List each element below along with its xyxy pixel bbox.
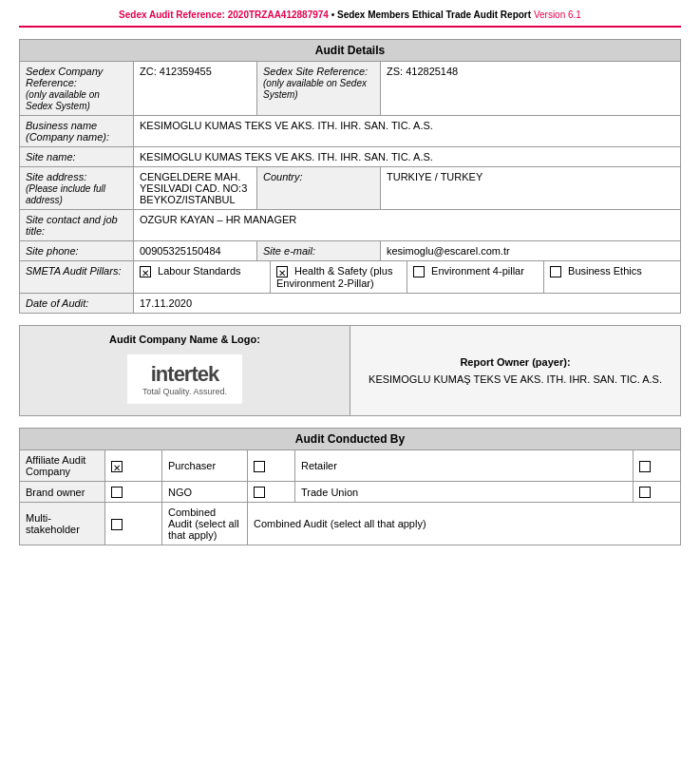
logo-title: Audit Company Name & Logo: xyxy=(28,334,342,345)
sedex-site-label: Sedex Site Reference: (only available on… xyxy=(257,62,381,116)
combined-audit-label: Combined Audit (select all that apply) xyxy=(248,503,681,545)
site-address-value: CENGELDERE MAH. YESILVADI CAD. NO:3 BEYK… xyxy=(134,167,257,210)
logo-owner-row: Audit Company Name & Logo: intertek Tota… xyxy=(20,326,681,416)
table-row: Business name (Company name): KESIMOGLU … xyxy=(20,116,681,147)
checkbox-col3[interactable] xyxy=(639,461,651,472)
owner-title: Report Owner (payer): xyxy=(358,356,672,368)
header-divider xyxy=(19,26,681,28)
pillar-business: Business Ethics xyxy=(544,261,680,293)
pillar-business-checkbox[interactable] xyxy=(550,266,561,277)
conducted-col1-checkbox-cell xyxy=(105,482,162,503)
table-row: Multi-stakeholderCombined Audit (select … xyxy=(20,503,681,545)
conducted-col2-label: NGO xyxy=(162,482,248,503)
table-row: Affiliate Audit CompanyPurchaserRetailer xyxy=(20,450,681,482)
conducted-col2-label: Combined Audit (select all that apply) xyxy=(162,503,248,545)
table-row: Site name: KESIMOGLU KUMAS TEKS VE AKS. … xyxy=(20,147,681,167)
table-row: Site address: (Please include full addre… xyxy=(20,167,681,210)
audit-details-table: Audit Details Sedex Company Reference: (… xyxy=(19,39,681,314)
conducted-col1-checkbox-cell xyxy=(105,450,162,482)
site-phone-value: 00905325150484 xyxy=(134,241,257,261)
owner-value: KESIMOGLU KUMAŞ TEKS VE AKS. ITH. IHR. S… xyxy=(358,373,672,385)
pillar-environment: Environment 4-pillar xyxy=(407,261,544,293)
site-name-label: Site name: xyxy=(20,147,134,167)
date-label: Date of Audit: xyxy=(20,294,134,314)
sedex-ref-label: Sedex Audit Reference: xyxy=(119,10,225,20)
country-value: TURKIYE / TURKEY xyxy=(381,167,681,210)
checkbox-col1[interactable] xyxy=(111,461,123,472)
table-row: Site phone: 00905325150484 Site e-mail: … xyxy=(20,241,681,261)
business-name-label: Business name (Company name): xyxy=(20,116,134,147)
intertek-logo-box: intertek Total Quality. Assured. xyxy=(127,354,242,404)
date-value: 17.11.2020 xyxy=(134,294,681,314)
sedex-site-value: ZS: 412825148 xyxy=(381,62,681,116)
conducted-col3-label: Retailer xyxy=(295,450,634,482)
site-email-label: Site e-mail: xyxy=(257,241,381,261)
pillar-health-label: Health & Safety (plus Environment 2-Pill… xyxy=(276,265,392,289)
conducted-col3-label: Trade Union xyxy=(295,482,634,503)
page-header: Sedex Audit Reference: 2020TRZAA41288797… xyxy=(19,10,681,20)
conducted-col2-checkbox-cell xyxy=(248,482,295,503)
checkbox-col2[interactable] xyxy=(254,487,265,498)
site-name-value: KESIMOGLU KUMAS TEKS VE AKS. ITH. IHR. S… xyxy=(134,147,681,167)
conducted-row-label: Brand owner xyxy=(20,482,105,503)
site-email-value: kesimoglu@escarel.com.tr xyxy=(381,241,681,261)
conducted-by-table: Audit Conducted By Affiliate Audit Compa… xyxy=(19,428,681,545)
pillar-environment-checkbox[interactable] xyxy=(413,266,425,277)
conducted-col1-checkbox-cell xyxy=(105,503,162,545)
checkbox-col2[interactable] xyxy=(254,461,265,472)
conducted-row-label: Affiliate Audit Company xyxy=(20,450,105,482)
sedex-company-label: Sedex Company Reference: (only available… xyxy=(20,62,134,116)
checkbox-col1[interactable] xyxy=(111,487,123,498)
table-row: Site contact and job title: OZGUR KAYAN … xyxy=(20,210,681,241)
pillar-environment-label: Environment 4-pillar xyxy=(431,265,524,277)
pillar-labour-label: Labour Standards xyxy=(158,265,240,277)
table-row: Sedex Company Reference: (only available… xyxy=(20,62,681,116)
checkbox-col3[interactable] xyxy=(639,487,651,498)
logo-cell: Audit Company Name & Logo: intertek Tota… xyxy=(20,326,350,416)
conducted-col2-checkbox-cell xyxy=(248,450,295,482)
conducted-col3-checkbox-cell xyxy=(634,450,681,482)
business-name-value: KESIMOGLU KUMAS TEKS VE AKS. ITH. IHR. S… xyxy=(134,116,681,147)
site-phone-label: Site phone: xyxy=(20,241,134,261)
pillar-health-checkbox[interactable] xyxy=(276,266,288,277)
checkbox-col1[interactable] xyxy=(111,519,123,530)
table-row: Brand ownerNGOTrade Union xyxy=(20,482,681,503)
logo-owner-table: Audit Company Name & Logo: intertek Tota… xyxy=(19,325,681,416)
conducted-row-label: Multi-stakeholder xyxy=(20,503,105,545)
table-row: SMETA Audit Pillars: Labour Standards He… xyxy=(20,261,681,294)
pillar-business-label: Business Ethics xyxy=(568,265,642,277)
smeta-pillars-cell: Labour Standards Health & Safety (plus E… xyxy=(134,261,681,294)
site-address-label: Site address: (Please include full addre… xyxy=(20,167,134,210)
conducted-col2-label: Purchaser xyxy=(162,450,248,482)
pillar-labour: Labour Standards xyxy=(134,261,271,293)
pillar-health: Health & Safety (plus Environment 2-Pill… xyxy=(271,261,407,293)
smeta-pillars-label: SMETA Audit Pillars: xyxy=(20,261,134,294)
site-contact-label: Site contact and job title: xyxy=(20,210,134,241)
conducted-by-header: Audit Conducted By xyxy=(20,429,681,450)
audit-details-header: Audit Details xyxy=(20,40,681,62)
pillar-labour-checkbox[interactable] xyxy=(140,266,151,277)
report-title: Sedex Members Ethical Trade Audit Report xyxy=(337,10,531,20)
country-label: Country: xyxy=(257,167,381,210)
site-contact-value: OZGUR KAYAN – HR MANAGER xyxy=(134,210,681,241)
table-row: Date of Audit: 17.11.2020 xyxy=(20,294,681,314)
intertek-logo-text: intertek xyxy=(142,362,227,387)
version-label: Version 6.1 xyxy=(534,10,581,20)
sedex-ref-value: 2020TRZAA412887974 xyxy=(228,10,329,20)
conducted-col3-checkbox-cell xyxy=(634,482,681,503)
owner-cell: Report Owner (payer): KESIMOGLU KUMAŞ TE… xyxy=(350,326,681,416)
sedex-company-value: ZC: 412359455 xyxy=(134,62,257,116)
intertek-tagline: Total Quality. Assured. xyxy=(142,387,227,396)
